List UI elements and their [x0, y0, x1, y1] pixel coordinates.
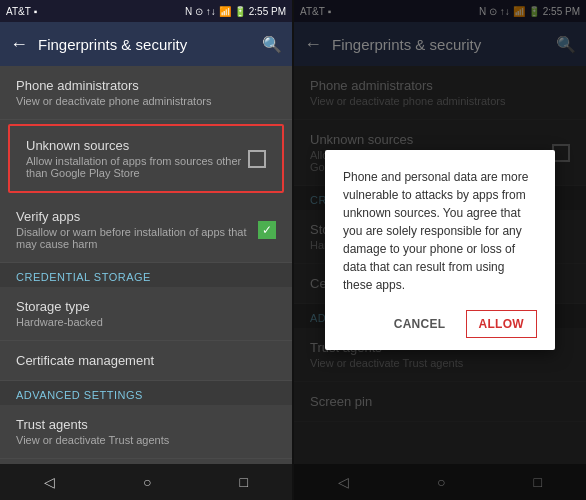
nav-recent-left[interactable]: □ — [230, 470, 258, 494]
storage-type-subtitle: Hardware-backed — [16, 316, 276, 328]
warning-dialog: Phone and personal data are more vulnera… — [325, 150, 555, 350]
trust-agents-subtitle: View or deactivate Trust agents — [16, 434, 276, 446]
phone-admin-item[interactable]: Phone administrators View or deactivate … — [0, 66, 292, 120]
left-screen: AT&T ▪ N ⊙ ↑↓ 📶 🔋 2:55 PM ← Fingerprints… — [0, 0, 292, 500]
unknown-sources-subtitle: Allow installation of apps from sources … — [26, 155, 248, 179]
credential-storage-header: CREDENTIAL STORAGE — [0, 263, 292, 287]
right-screen: AT&T ▪ N ⊙ ↑↓ 📶 🔋 2:55 PM ← Fingerprints… — [294, 0, 586, 500]
unknown-sources-checkbox[interactable] — [248, 150, 266, 168]
phone-admin-title: Phone administrators — [16, 78, 276, 93]
advanced-settings-header: ADVANCED SETTINGS — [0, 381, 292, 405]
nav-back-left[interactable]: ◁ — [34, 470, 65, 494]
storage-type-item[interactable]: Storage type Hardware-backed — [0, 287, 292, 341]
time-label: 2:55 PM — [249, 6, 286, 17]
verify-apps-subtitle: Disallow or warn before installation of … — [16, 226, 258, 250]
back-button-left[interactable]: ← — [10, 34, 28, 55]
carrier-label: AT&T — [6, 6, 31, 17]
page-title-left: Fingerprints & security — [38, 36, 252, 53]
search-icon-left[interactable]: 🔍 — [262, 35, 282, 54]
content-left: Phone administrators View or deactivate … — [0, 66, 292, 464]
notification-icons: N ⊙ ↑↓ — [185, 6, 216, 17]
verify-apps-item[interactable]: Verify apps Disallow or warn before inst… — [0, 197, 292, 263]
unknown-sources-title: Unknown sources — [26, 138, 248, 153]
cancel-button[interactable]: CANCEL — [382, 310, 458, 338]
verify-apps-text: Verify apps Disallow or warn before inst… — [16, 209, 258, 250]
status-bar-left: AT&T ▪ N ⊙ ↑↓ 📶 🔋 2:55 PM — [0, 0, 292, 22]
cert-management-item[interactable]: Certificate management — [0, 341, 292, 381]
sim-icon: ▪ — [34, 6, 38, 17]
phone-admin-subtitle: View or deactivate phone administrators — [16, 95, 276, 107]
battery-icon: 🔋 — [234, 6, 246, 17]
dialog-buttons: CANCEL ALLOW — [343, 310, 537, 338]
allow-button[interactable]: ALLOW — [466, 310, 538, 338]
cert-management-title: Certificate management — [16, 353, 276, 368]
unknown-sources-item[interactable]: Unknown sources Allow installation of ap… — [10, 126, 282, 191]
nav-bar-left: ◁ ○ □ — [0, 464, 292, 500]
unknown-sources-row: Unknown sources Allow installation of ap… — [26, 138, 266, 179]
signal-icon: 📶 — [219, 6, 231, 17]
status-bar-left-icons: AT&T ▪ — [6, 6, 37, 17]
verify-apps-row: Verify apps Disallow or warn before inst… — [16, 209, 276, 250]
verify-apps-title: Verify apps — [16, 209, 258, 224]
dialog-overlay: Phone and personal data are more vulnera… — [294, 0, 586, 500]
top-bar-left: ← Fingerprints & security 🔍 — [0, 22, 292, 66]
nav-home-left[interactable]: ○ — [133, 470, 161, 494]
unknown-sources-highlight: Unknown sources Allow installation of ap… — [8, 124, 284, 193]
trust-agents-title: Trust agents — [16, 417, 276, 432]
storage-type-title: Storage type — [16, 299, 276, 314]
status-bar-right-icons: N ⊙ ↑↓ 📶 🔋 2:55 PM — [185, 6, 286, 17]
trust-agents-item[interactable]: Trust agents View or deactivate Trust ag… — [0, 405, 292, 459]
dialog-text: Phone and personal data are more vulnera… — [343, 168, 537, 294]
unknown-sources-text: Unknown sources Allow installation of ap… — [26, 138, 248, 179]
verify-apps-checkbox[interactable]: ✓ — [258, 221, 276, 239]
